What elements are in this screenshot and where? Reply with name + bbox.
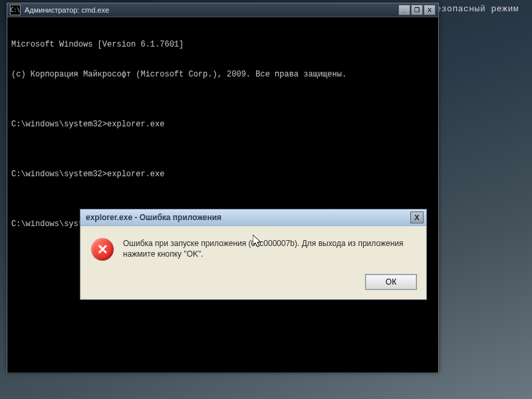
dialog-close-button[interactable]: X: [410, 211, 424, 223]
cmd-line: C:\windows\system32>explorer.exe: [11, 120, 434, 130]
error-dialog: explorer.exe - Ошибка приложения X ✕ Оши…: [80, 209, 427, 300]
cmd-titlebar[interactable]: C:\ Администратор: cmd.exe _ ❐ X: [7, 3, 438, 17]
mouse-cursor-icon: [253, 235, 263, 249]
cmd-line: C:\windows\system32>explorer.exe: [11, 170, 434, 180]
dialog-title: explorer.exe - Ошибка приложения: [86, 213, 410, 222]
cmd-icon: C:\: [10, 5, 21, 15]
cmd-line: (c) Корпорация Майкрософт (Microsoft Cor…: [11, 70, 434, 80]
svg-marker-0: [253, 235, 261, 247]
cmd-title: Администратор: cmd.exe: [25, 6, 398, 14]
cmd-line: Microsoft Windows [Version 6.1.7601]: [11, 40, 434, 50]
dialog-titlebar[interactable]: explorer.exe - Ошибка приложения X: [80, 209, 426, 226]
close-button[interactable]: X: [424, 5, 436, 15]
minimize-button[interactable]: _: [398, 5, 410, 15]
maximize-button[interactable]: ❐: [411, 5, 423, 15]
cmd-output[interactable]: Microsoft Windows [Version 6.1.7601] (c)…: [7, 17, 438, 372]
dialog-message: Ошибка при запуске приложения (0xc000007…: [123, 238, 416, 259]
error-icon: ✕: [91, 238, 114, 261]
safe-mode-label: Безопасный режим: [430, 4, 519, 14]
ok-button[interactable]: ОК: [365, 274, 417, 290]
cmd-window: C:\ Администратор: cmd.exe _ ❐ X Microso…: [7, 3, 439, 372]
